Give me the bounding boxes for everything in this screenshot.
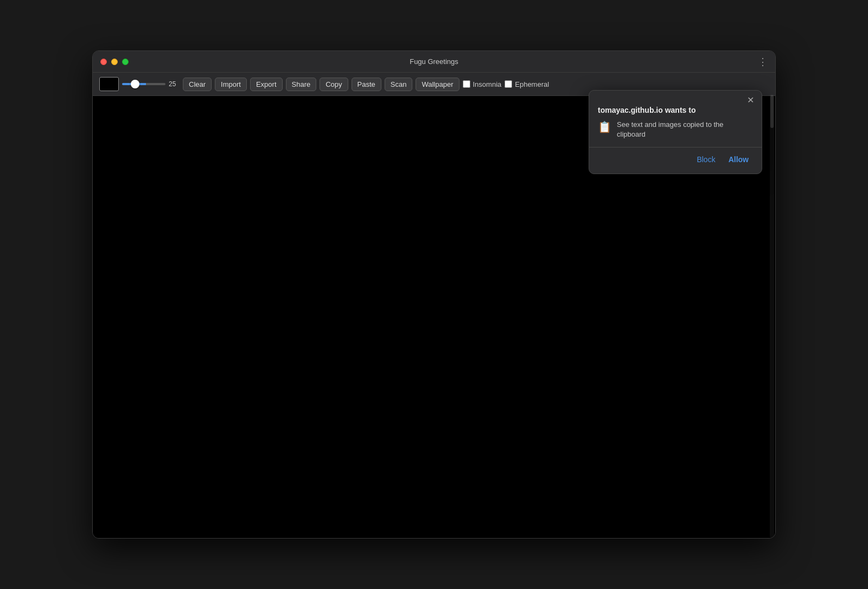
insomnia-checkbox-container[interactable]: Insomnia bbox=[463, 80, 502, 88]
titlebar: Fugu Greetings ⋮ bbox=[93, 51, 775, 73]
close-button[interactable] bbox=[100, 59, 107, 65]
ephemeral-checkbox-container[interactable]: Ephemeral bbox=[505, 80, 549, 88]
window-title: Fugu Greetings bbox=[410, 57, 458, 66]
insomnia-checkbox[interactable] bbox=[463, 80, 470, 88]
insomnia-label: Insomnia bbox=[473, 80, 502, 88]
minimize-button[interactable] bbox=[111, 59, 118, 65]
permission-popup: ✕ tomayac.github.io wants to 📋 See text … bbox=[589, 90, 762, 174]
copy-button[interactable]: Copy bbox=[320, 78, 348, 91]
export-button[interactable]: Export bbox=[250, 78, 283, 91]
wallpaper-button[interactable]: Wallpaper bbox=[416, 78, 459, 91]
slider-container: 25 bbox=[122, 80, 180, 88]
scrollbar-track bbox=[770, 94, 774, 538]
clear-button[interactable]: Clear bbox=[183, 78, 212, 91]
ephemeral-label: Ephemeral bbox=[515, 80, 549, 88]
popup-close-button[interactable]: ✕ bbox=[745, 95, 756, 106]
maximize-button[interactable] bbox=[122, 59, 129, 65]
menu-icon[interactable]: ⋮ bbox=[758, 56, 768, 68]
brush-size-slider[interactable] bbox=[122, 83, 165, 85]
popup-actions: Block Allow bbox=[589, 147, 762, 174]
clipboard-icon: 📋 bbox=[598, 120, 611, 133]
import-button[interactable]: Import bbox=[215, 78, 247, 91]
ephemeral-checkbox[interactable] bbox=[505, 80, 512, 88]
popup-description: See text and images copied to the clipbo… bbox=[617, 120, 753, 139]
popup-title: tomayac.github.io wants to bbox=[589, 106, 762, 120]
popup-header: ✕ bbox=[589, 91, 762, 106]
color-swatch[interactable] bbox=[99, 77, 119, 91]
traffic-lights bbox=[100, 59, 129, 65]
paste-button[interactable]: Paste bbox=[352, 78, 381, 91]
slider-value: 25 bbox=[169, 80, 180, 88]
block-button[interactable]: Block bbox=[692, 153, 719, 166]
popup-body: 📋 See text and images copied to the clip… bbox=[589, 120, 762, 147]
allow-button[interactable]: Allow bbox=[724, 153, 753, 166]
scan-button[interactable]: Scan bbox=[385, 78, 413, 91]
app-window: Fugu Greetings ⋮ 25 Clear Import Export … bbox=[92, 50, 776, 539]
share-button[interactable]: Share bbox=[286, 78, 317, 91]
scrollbar-thumb[interactable] bbox=[770, 95, 774, 128]
